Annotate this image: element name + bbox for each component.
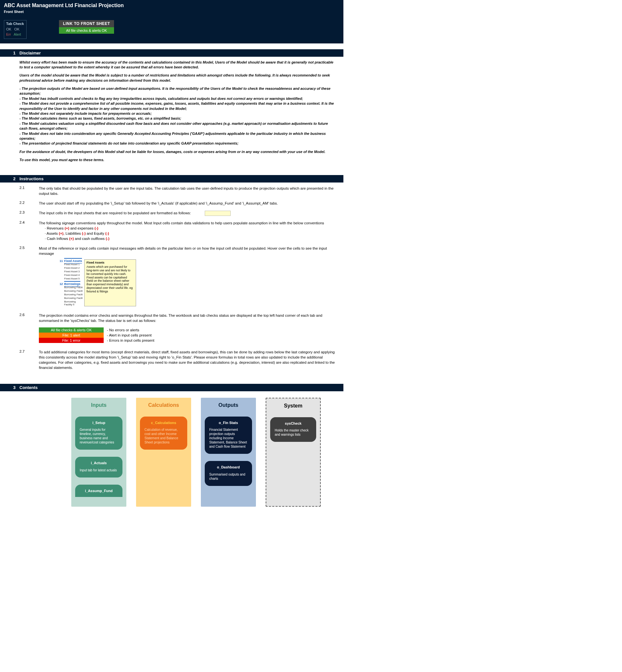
status-ok-label: - No errors or alerts (107, 328, 139, 332)
instr-2-7: 2.7 To add additional categories for mos… (20, 349, 337, 370)
tab-check-ok-row: OK OK (6, 27, 24, 32)
column-inputs-title: Inputs (75, 402, 123, 408)
tooltip-popup: Fixed Assets Assets which are purchased … (84, 259, 136, 306)
instr-2-2-txt: The user should start off my populating … (39, 201, 337, 206)
card-i-actuals-title: i_Actuals (80, 461, 118, 465)
status-bar-error: File: 1 error (39, 338, 104, 343)
signage-assets: Assets (+), Liabilities (-) and Equity (… (45, 231, 337, 236)
tab-check-ok1: OK (6, 27, 11, 31)
status-bar-alert: File: 1 alert (39, 332, 104, 338)
column-inputs: Inputs i_Setup General inputs for timeli… (71, 398, 126, 507)
instr-2-6-txt: The projection model contains error chec… (39, 313, 337, 323)
tab-check-alert: Alert (13, 32, 21, 36)
card-i-assump-fund-title: i_Assump_Fund (80, 488, 118, 493)
card-syscheck-desc: Holds the master check and warnings list… (275, 428, 312, 437)
status-alert-label: - Alert in input cells present (107, 333, 151, 337)
column-outputs-title: Outputs (205, 402, 252, 408)
instr-2-5: 2.5 Most of the reference or input cells… (20, 246, 337, 256)
disclaimer-b8: - The presentation of projected financia… (20, 141, 337, 146)
card-o-dashboard[interactable]: o_Dashboard Summarised outputs and chart… (205, 461, 252, 486)
instr-2-3-num: 2.3 (20, 211, 39, 214)
page-title: ABC Asset Management Ltd Financial Proje… (4, 3, 340, 8)
tooltip-mock: 11Fixed Assets Fixed Asset 1 Fixed Asset… (58, 259, 136, 306)
signage-revenues: Revenues (+) and expenses (-) (45, 226, 337, 231)
section-3-title: Contents (20, 385, 38, 390)
instr-2-2: 2.2 The user should start off my populat… (20, 201, 337, 206)
card-o-fin-stats-desc: Financial Statement projection outputs i… (209, 427, 247, 449)
input-cell-format-sample (205, 211, 231, 216)
status-examples: All file checks & alerts OK - No errors … (20, 325, 337, 345)
card-o-dashboard-desc: Summarised outputs and charts (209, 472, 247, 481)
instr-2-4: 2.4 The following signage conventions ap… (20, 220, 337, 241)
card-i-assump-fund[interactable]: i_Assump_Fund (75, 485, 123, 497)
card-o-fin-stats[interactable]: o_Fin Stats Financial Statement projecti… (205, 417, 252, 454)
disclaimer-b3: - The Model does not provide a comprehen… (20, 101, 337, 111)
signage-list: Revenues (+) and expenses (-) Assets (+)… (45, 226, 337, 241)
tooltip-mock-row: 11Fixed Assets Fixed Asset 1 Fixed Asset… (20, 257, 337, 308)
section-instructions-bar: 2 Instructions (0, 175, 343, 183)
instr-2-4-txt: The following signage conventions apply … (39, 220, 337, 241)
card-i-setup-desc: General inputs for timeline, currency, b… (80, 427, 118, 444)
instructions-body: 2.1 The only tabs that should be populat… (0, 183, 343, 378)
section-2-title: Instructions (20, 177, 43, 181)
section-1-title: Disclaimer (20, 51, 41, 56)
instr-2-6: 2.6 The projection model contains error … (20, 313, 337, 323)
disclaimer-p3: For the avoidance of doubt, the develope… (20, 150, 337, 154)
instr-2-1-txt: The only tabs that should be populated b… (39, 186, 337, 196)
status-error-row: File: 1 error - Errors in input cells pr… (39, 338, 154, 343)
disclaimer-b2: - The Model has inbuilt controls and che… (20, 96, 337, 101)
instr-2-2-num: 2.2 (20, 201, 39, 204)
instr-2-3-txt: The input cells in the input sheets that… (39, 211, 337, 216)
disclaimer-p4: To use this model, you must agree to the… (20, 158, 337, 162)
instr-2-7-txt: To add additional categories for most it… (39, 349, 337, 370)
disclaimer-p2: Users of the model should be aware that … (20, 73, 337, 83)
section-1-number: 1 (0, 51, 20, 56)
column-calc-title: Calculations (140, 402, 187, 408)
status-ok-row: All file checks & alerts OK - No errors … (39, 327, 154, 332)
card-i-actuals[interactable]: i_Actuals Input tab for latest actuals (75, 457, 123, 477)
instr-2-1: 2.1 The only tabs that should be populat… (20, 186, 337, 196)
file-checks-status: All file checks & alerts OK (59, 27, 114, 34)
section-3-number: 3 (0, 385, 20, 390)
tooltip-mock-rows: 11Fixed Assets Fixed Asset 1 Fixed Asset… (58, 259, 84, 306)
disclaimer-b6: - The Model calculates valuation using a… (20, 121, 337, 131)
instr-2-7-num: 2.7 (20, 349, 39, 353)
link-front-sheet[interactable]: LINK TO FRONT SHEET All file checks & al… (59, 20, 114, 34)
disclaimer-b7: - The Model does not take into considera… (20, 131, 337, 141)
header: ABC Asset Management Ltd Financial Proje… (0, 0, 343, 43)
card-i-setup-title: i_Setup (80, 420, 118, 425)
tab-check-ok2: OK (14, 27, 20, 31)
disclaimer-b5: - The Model calculates items such as tax… (20, 116, 337, 121)
instr-2-3: 2.3 The input cells in the input sheets … (20, 211, 337, 216)
section-2-number: 2 (0, 177, 20, 181)
disclaimer-b1: - The projection outputs of the Model ar… (20, 86, 337, 96)
tab-check-box: Tab Check OK OK Err Alert (4, 20, 27, 39)
instr-2-1-num: 2.1 (20, 186, 39, 190)
section-disclaimer-bar: 1 Disclaimer (0, 49, 343, 57)
status-bar-ok: All file checks & alerts OK (39, 327, 104, 332)
column-calculations: Calculations c_Calculations Calculation … (136, 398, 191, 507)
column-system-title: System (270, 403, 316, 409)
section-contents-bar: 3 Contents (0, 384, 343, 391)
instr-2-4-lead: The following signage conventions apply … (39, 221, 324, 225)
card-c-calculations[interactable]: c_Calculations Calculation of revenue, c… (140, 417, 187, 450)
card-i-setup[interactable]: i_Setup General inputs for timeline, cur… (75, 417, 123, 450)
card-syscheck-title: sysCheck (275, 421, 312, 426)
card-c-calc-title: c_Calculations (144, 420, 183, 425)
signage-cash: Cash Inflows (+) and cash outflows (-) (45, 236, 337, 241)
card-syscheck[interactable]: sysCheck Holds the master check and warn… (270, 417, 316, 442)
instr-2-6-num: 2.6 (20, 313, 39, 317)
disclaimer-b4: - The Model does not separately include … (20, 111, 337, 116)
link-front-sheet-label: LINK TO FRONT SHEET (59, 20, 114, 27)
instr-2-5-num: 2.5 (20, 246, 39, 250)
column-system: System sysCheck Holds the master check a… (266, 398, 321, 507)
contents-columns: Inputs i_Setup General inputs for timeli… (0, 391, 343, 520)
instr-2-5-txt: Most of the reference or input cells con… (39, 246, 337, 256)
card-o-fin-stats-title: o_Fin Stats (209, 420, 247, 425)
instr-2-3-txt-span: The input cells in the input sheets that… (39, 211, 191, 215)
column-outputs: Outputs o_Fin Stats Financial Statement … (201, 398, 256, 507)
status-error-label: - Errors in input cells present (107, 339, 154, 342)
tab-check-title: Tab Check (6, 21, 24, 27)
card-o-dashboard-title: o_Dashboard (209, 465, 247, 470)
status-alert-row: File: 1 alert - Alert in input cells pre… (39, 332, 154, 338)
